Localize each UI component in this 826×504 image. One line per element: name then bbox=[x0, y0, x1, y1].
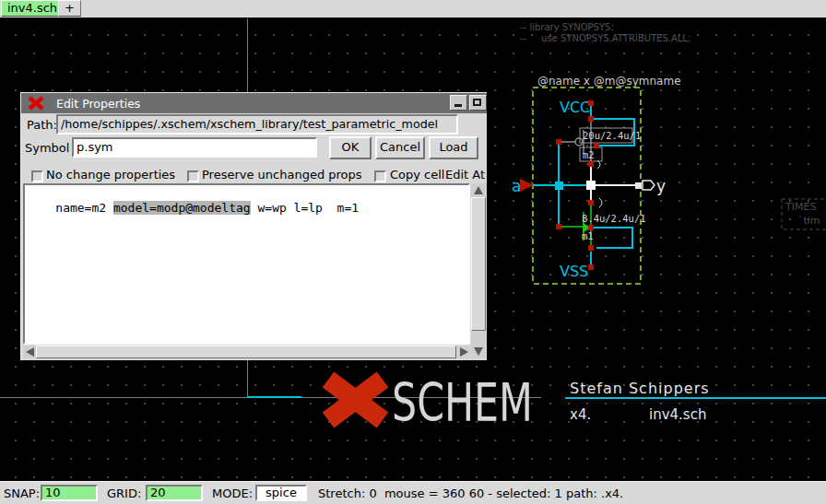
dialog-titlebar[interactable]: Edit Properties × bbox=[21, 93, 487, 113]
output-pin-symbol bbox=[643, 181, 655, 190]
tab-bar: inv4.sch + bbox=[0, 0, 826, 18]
symbol-label: Symbol bbox=[25, 141, 69, 155]
horizontal-scrollbar-thumb[interactable] bbox=[36, 346, 456, 358]
path-label: Path: bbox=[27, 118, 57, 132]
output-pin-square bbox=[635, 182, 642, 189]
load-button[interactable]: Load bbox=[429, 136, 478, 159]
vertical-scrollbar[interactable] bbox=[471, 183, 486, 358]
copy-cell-label: Copy cell bbox=[390, 168, 444, 182]
status-info-text: Stretch: 0 mouse = 360 60 - selected: 1 … bbox=[318, 486, 623, 501]
edit-properties-dialog: Edit Properties × Path: /home/schippes/.… bbox=[20, 92, 487, 360]
dialog-title: Edit Properties bbox=[56, 97, 140, 111]
comment-line-2: -- use SYNOPSYS.ATTRIBUTES.ALL; bbox=[520, 33, 690, 43]
scroll-up-arrow[interactable] bbox=[474, 186, 483, 194]
cancel-button[interactable]: Cancel bbox=[375, 136, 425, 159]
minimize-icon bbox=[454, 104, 462, 107]
scroll-down-arrow[interactable] bbox=[474, 347, 483, 356]
maximize-button[interactable] bbox=[469, 95, 487, 111]
tab-inv4-sch[interactable]: inv4.sch bbox=[1, 0, 64, 17]
nmos-name-label: m1 bbox=[582, 230, 594, 241]
scroll-left-arrow[interactable] bbox=[26, 347, 34, 357]
input-pin-label: a bbox=[512, 177, 521, 195]
xschem-logo-x-icon bbox=[328, 380, 383, 420]
pmos-name-label: m2 bbox=[583, 149, 595, 160]
author-label: Stefan Schippers bbox=[570, 380, 710, 397]
vertical-scrollbar-thumb[interactable] bbox=[471, 197, 486, 331]
path-entry[interactable]: /home/schippes/.xschem/xschem_library/te… bbox=[56, 114, 458, 135]
prop-text-before: name=m2 bbox=[55, 201, 113, 215]
pmos-size-label: 20u/2.4u/1 bbox=[583, 130, 641, 141]
wire-junction-white bbox=[586, 181, 596, 190]
instance-label: @name x @m@symname bbox=[537, 75, 681, 88]
vcc-label: VCC bbox=[560, 99, 590, 116]
mode-label: MODE: bbox=[212, 486, 253, 501]
snap-entry[interactable]: 10 bbox=[41, 485, 98, 501]
vss-label: VSS bbox=[560, 263, 588, 280]
nmos-size-label: 8.4u/2.4u/1 bbox=[582, 213, 646, 224]
symbol-entry[interactable]: p.sym bbox=[72, 137, 317, 158]
input-pin-arrow bbox=[520, 179, 534, 192]
nmos-symbol bbox=[561, 203, 591, 249]
grid-label: GRID: bbox=[107, 486, 141, 501]
new-tab-button[interactable]: + bbox=[58, 0, 81, 17]
maximize-icon bbox=[473, 99, 481, 106]
no-change-properties-label: No change properties bbox=[46, 168, 175, 182]
preserve-unchanged-props-label: Preserve unchanged props bbox=[202, 168, 362, 182]
horizontal-scrollbar[interactable] bbox=[23, 346, 470, 358]
mode-entry[interactable]: spice bbox=[255, 485, 307, 501]
edit-attributes-label: Edit At bbox=[445, 168, 485, 182]
nmos-drain-glyph bbox=[599, 198, 602, 207]
times-label: TIMES bbox=[785, 201, 816, 213]
grid-entry[interactable]: 20 bbox=[146, 485, 203, 501]
xschem-logo-text: SCHEM bbox=[392, 372, 533, 433]
no-change-properties-checkbox[interactable] bbox=[31, 170, 43, 182]
logo-instance-label: x4. bbox=[570, 406, 591, 423]
xschem-window-icon bbox=[27, 96, 45, 111]
output-net-wires bbox=[591, 167, 637, 200]
status-bar: SNAP: 10 GRID: 20 MODE: spice Stretch: 0… bbox=[0, 481, 826, 504]
ok-button[interactable]: OK bbox=[329, 136, 372, 159]
prop-text-selected: model=modp@modeltag bbox=[113, 201, 251, 215]
copy-cell-checkbox[interactable] bbox=[374, 170, 386, 182]
output-pin-label: y bbox=[656, 177, 666, 195]
logo-file-label: inv4.sch bbox=[649, 406, 706, 423]
scroll-right-arrow[interactable] bbox=[460, 347, 468, 357]
preserve-unchanged-props-checkbox[interactable] bbox=[187, 170, 199, 182]
prop-text-after: w=wp l=lp m=1 bbox=[251, 201, 359, 215]
wire-junction-cyan bbox=[555, 182, 563, 190]
minimize-button[interactable] bbox=[450, 95, 467, 111]
comment-line-1: -- library SYNOPSYS; bbox=[520, 22, 614, 32]
snap-label: SNAP: bbox=[4, 486, 40, 501]
properties-textarea[interactable]: name=m2 model=modp@modeltag w=wp l=lp m=… bbox=[23, 183, 470, 345]
tim-label: `tim bbox=[798, 215, 820, 227]
